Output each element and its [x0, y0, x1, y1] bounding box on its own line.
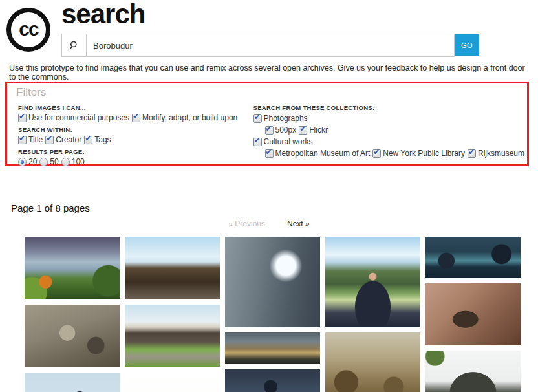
checkbox-icon [299, 126, 307, 135]
filter-checkbox-nypl[interactable]: New York Public Library [372, 149, 465, 158]
filter-checkbox-met-museum[interactable]: Metropolitan Museum of Art [265, 149, 371, 158]
checkbox-icon [468, 149, 476, 158]
checkbox-icon [18, 114, 27, 122]
search-icon [62, 34, 87, 56]
checkbox-icon [372, 149, 381, 158]
result-thumbnail-dark-wall-niche[interactable] [225, 369, 320, 392]
results-per-page-100[interactable]: 100 [61, 157, 85, 166]
result-thumbnail-temple-pyramid[interactable] [125, 237, 220, 299]
filter-checkbox-title[interactable]: Title [18, 135, 43, 144]
results-column-4 [325, 237, 420, 392]
results-grid [25, 237, 518, 392]
checkbox-icon [265, 149, 274, 158]
filters-panel: Filters FIND IMAGES I CAN... Use for com… [5, 82, 529, 166]
checkbox-icon [265, 126, 274, 135]
checkbox-icon [84, 136, 92, 144]
filter-checkbox-rijksmuseum[interactable]: Rijksmuseum [468, 149, 524, 158]
search-bar: GO [61, 34, 479, 57]
result-thumbnail-man-portrait[interactable] [325, 237, 420, 327]
filter-checkbox-flickr[interactable]: Flickr [299, 125, 328, 135]
filters-title: Filters [16, 86, 527, 99]
page-title: search [61, 0, 145, 30]
filter-checkbox-modify[interactable]: Modify, adapt, or build upon [132, 113, 237, 122]
filter-checkbox-photographs[interactable]: Photographs [253, 114, 308, 123]
radio-icon [39, 158, 48, 166]
search-box [61, 34, 455, 57]
find-images-heading: FIND IMAGES I CAN... [18, 104, 253, 111]
filter-checkbox-cultural-works[interactable]: Cultural works [253, 137, 313, 146]
result-thumbnail-eroded-ruins[interactable] [125, 372, 220, 392]
search-within-heading: SEARCH WITHIN: [18, 126, 253, 133]
result-thumbnail-misty-stupas[interactable] [325, 332, 420, 392]
result-thumbnail-jungle-landscape[interactable] [25, 237, 120, 299]
results-column-3 [225, 237, 320, 392]
results-per-page-50[interactable]: 50 [39, 157, 58, 166]
intro-text: Use this prototype to find images that y… [9, 63, 530, 82]
result-thumbnail-stormy-temple[interactable] [225, 332, 320, 364]
results-column-1 [25, 237, 120, 392]
results-per-page-20[interactable]: 20 [18, 157, 37, 166]
go-button[interactable]: GO [455, 34, 479, 56]
previous-page-link[interactable]: « Previous [228, 219, 265, 228]
result-thumbnail-stupa-silhouettes[interactable] [25, 373, 120, 392]
checkbox-icon [253, 138, 262, 146]
filter-checkbox-creator[interactable]: Creator [45, 135, 81, 144]
result-thumbnail-stone-stairway[interactable] [225, 237, 320, 327]
search-input[interactable] [87, 34, 454, 56]
checkbox-icon [18, 136, 27, 144]
cc-logo: cc [6, 8, 50, 52]
checkbox-icon [132, 114, 140, 122]
filter-checkbox-tags[interactable]: Tags [84, 135, 111, 144]
checkbox-icon [45, 136, 54, 144]
results-column-5 [425, 237, 521, 392]
result-thumbnail-temple-lawn[interactable] [125, 305, 220, 367]
results-column-2 [125, 237, 220, 392]
result-thumbnail-temple-distance[interactable] [425, 351, 521, 392]
cc-logo-text: cc [19, 18, 38, 40]
pagination: « Previous Next » [0, 219, 538, 228]
results-per-page-heading: RESULTS PER PAGE: [18, 148, 253, 155]
cc-search-page: cc search GO Use this prototype to find … [0, 0, 538, 392]
collections-heading: SEARCH FROM THESE COLLECTIONS: [253, 104, 527, 111]
radio-icon [61, 158, 70, 166]
checkbox-icon [253, 114, 262, 123]
page-status: Page 1 of 8 pages [11, 202, 90, 213]
result-thumbnail-relief-carving[interactable] [25, 305, 120, 367]
next-page-link[interactable]: Next » [287, 219, 310, 228]
result-thumbnail-buddha-dusk[interactable] [425, 237, 521, 278]
radio-icon [18, 158, 27, 166]
result-thumbnail-buddha-niche[interactable] [425, 283, 521, 345]
filter-checkbox-commercial[interactable]: Use for commercial purposes [18, 113, 129, 122]
filter-checkbox-500px[interactable]: 500px [265, 125, 297, 135]
